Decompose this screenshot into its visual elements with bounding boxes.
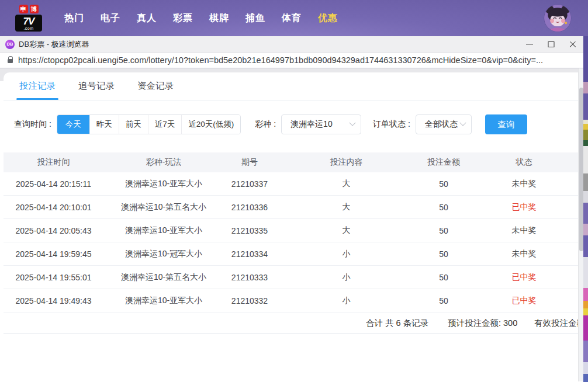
bet-records-table: 投注时间 彩种-玩法 期号 投注内容 投注金额 状态 2025-04-14 20… xyxy=(4,152,578,334)
time-option-last-20-days[interactable]: 近20天(低频) xyxy=(181,115,240,134)
cell-bet-content: 大 xyxy=(275,202,417,213)
record-tabs: 投注记录 追号记录 资金记录 xyxy=(4,72,578,100)
cell-game-play: 澳洲幸运10-第五名大小 xyxy=(103,202,224,213)
url-bar[interactable]: https://ctopcp02pcali.uengi5e.com/lotter… xyxy=(0,53,583,68)
nav-item-lottery[interactable]: 彩票 xyxy=(173,12,193,25)
table-row: 2025-04-14 19:55:01 澳洲幸运10-第五名大小 2121033… xyxy=(4,266,578,289)
logo-box: 7V .com xyxy=(15,15,42,32)
table-row: 2025-04-14 20:15:11 澳洲幸运10-亚军大小 21210337… xyxy=(4,172,578,196)
nav-item-live[interactable]: 真人 xyxy=(137,12,157,25)
table-row: 2025-04-14 19:59:45 澳洲幸运10-冠军大小 21210334… xyxy=(4,242,578,266)
order-status-select[interactable]: 全部状态 xyxy=(416,114,472,134)
vertical-scrollbar[interactable] xyxy=(578,68,583,381)
maximize-icon[interactable] xyxy=(540,36,562,52)
nav-item-slots[interactable]: 电子 xyxy=(101,12,120,25)
window-controls xyxy=(518,36,583,52)
tab-bet-records[interactable]: 投注记录 xyxy=(18,72,57,100)
cell-status: 未中奖 xyxy=(470,179,578,189)
time-filter-group: 今天 昨天 前天 近7天 近20天(低频) xyxy=(57,114,241,134)
summary-valid-amount: 有效投注金额 xyxy=(534,312,578,334)
cell-bet-amount: 50 xyxy=(417,249,470,259)
order-status-filter-label: 订单状态 : xyxy=(373,119,410,130)
nav-item-sports[interactable]: 体育 xyxy=(282,12,302,25)
cell-bet-content: 小 xyxy=(275,249,417,259)
column-status: 状态 xyxy=(470,157,578,168)
cell-issue: 21210332 xyxy=(224,296,275,305)
cell-bet-amount: 50 xyxy=(417,273,470,282)
cell-bet-time: 2025-04-14 20:10:01 xyxy=(4,203,103,212)
time-option-last-7-days[interactable]: 近7天 xyxy=(148,115,182,134)
cell-bet-time: 2025-04-14 20:15:11 xyxy=(4,179,103,189)
column-issue: 期号 xyxy=(224,157,275,168)
logo-badges: 申 博 xyxy=(19,5,39,13)
cell-issue: 21210334 xyxy=(224,249,275,259)
table-row: 2025-04-14 20:05:43 澳洲幸运10-亚军大小 21210335… xyxy=(4,219,578,242)
nav-item-promos[interactable]: 优惠 xyxy=(318,12,338,25)
cell-status: 已中奖 xyxy=(470,272,578,283)
cell-game-play: 澳洲幸运10-第五名大小 xyxy=(103,272,224,283)
cell-issue: 21210335 xyxy=(224,226,275,235)
cell-status: 未中奖 xyxy=(470,249,578,259)
lottery-select[interactable]: 澳洲幸运10 xyxy=(281,114,361,134)
column-game-play: 彩种-玩法 xyxy=(103,157,224,168)
search-button[interactable]: 查询 xyxy=(485,114,527,134)
window-title: DB彩票 - 极速浏览器 xyxy=(19,39,89,50)
cell-issue: 21210337 xyxy=(224,179,275,189)
logo-suffix-text: .com xyxy=(23,26,33,30)
order-status-select-value: 全部状态 xyxy=(425,119,458,130)
cell-bet-content: 小 xyxy=(275,272,417,283)
chevron-down-icon xyxy=(349,120,355,126)
logo-main-text: 7V xyxy=(23,16,34,26)
logo-badge-right: 博 xyxy=(30,5,39,13)
table-row: 2025-04-14 19:49:43 澳洲幸运10-亚军大小 21210332… xyxy=(4,289,578,312)
cell-bet-time: 2025-04-14 19:55:01 xyxy=(4,273,103,282)
chevron-down-icon xyxy=(459,120,466,126)
time-filter-label: 查询时间 : xyxy=(14,119,51,130)
column-bet-content: 投注内容 xyxy=(275,157,417,168)
nav-item-hot[interactable]: 热门 xyxy=(64,12,84,25)
cell-bet-content: 大 xyxy=(275,225,417,236)
records-panel: 投注记录 追号记录 资金记录 查询时间 : 今天 昨天 前天 近7天 近20天(… xyxy=(4,72,578,381)
lottery-filter-label: 彩种 : xyxy=(255,119,276,130)
avatar-image xyxy=(544,4,572,32)
cell-bet-amount: 50 xyxy=(417,296,470,305)
filter-bar: 查询时间 : 今天 昨天 前天 近7天 近20天(低频) 彩种 : 澳洲幸运10… xyxy=(4,114,578,135)
cell-bet-amount: 50 xyxy=(417,203,470,212)
lottery-select-value: 澳洲幸运10 xyxy=(290,119,333,130)
cell-bet-time: 2025-04-14 19:59:45 xyxy=(4,249,103,259)
site-header: 申 博 7V .com 热门 电子 真人 彩票 棋牌 捕鱼 体育 优惠 xyxy=(0,0,588,36)
logo-badge-left: 申 xyxy=(19,5,28,13)
user-avatar[interactable] xyxy=(544,4,572,32)
url-text: https://ctopcp02pcali.uengi5e.com/lotter… xyxy=(18,55,543,65)
minimize-icon[interactable] xyxy=(518,36,540,52)
page-content: 投注记录 追号记录 资金记录 查询时间 : 今天 昨天 前天 近7天 近20天(… xyxy=(0,68,583,381)
time-option-today[interactable]: 今天 xyxy=(57,114,89,134)
time-option-day-before[interactable]: 前天 xyxy=(119,115,148,134)
summary-expected-amount: 预计投注金额: 300 xyxy=(448,312,517,334)
close-icon[interactable] xyxy=(562,36,583,52)
site-logo[interactable]: 申 博 7V .com xyxy=(15,5,42,32)
nav-item-fishing[interactable]: 捕鱼 xyxy=(245,12,265,25)
summary-total-records: 合计 共 6 条记录 xyxy=(366,312,428,334)
cell-status: 未中奖 xyxy=(470,225,578,236)
table-summary: 合计 共 6 条记录 预计投注金额: 300 有效投注金额 xyxy=(4,312,578,334)
browser-title-bar: DB DB彩票 - 极速浏览器 xyxy=(0,36,583,53)
column-bet-amount: 投注金额 xyxy=(417,157,470,168)
cell-issue: 21210336 xyxy=(224,203,275,212)
cell-bet-time: 2025-04-14 19:49:43 xyxy=(4,296,103,305)
table-header: 投注时间 彩种-玩法 期号 投注内容 投注金额 状态 xyxy=(4,152,578,172)
nav-item-cards[interactable]: 棋牌 xyxy=(209,12,229,25)
scrollbar-thumb[interactable] xyxy=(579,88,583,251)
cell-status: 已中奖 xyxy=(470,296,578,306)
time-option-yesterday[interactable]: 昨天 xyxy=(89,115,119,134)
tab-chase-records[interactable]: 追号记录 xyxy=(77,72,116,100)
tab-fund-records[interactable]: 资金记录 xyxy=(136,72,175,100)
site-nav-menu: 热门 电子 真人 彩票 棋牌 捕鱼 体育 优惠 xyxy=(64,12,338,25)
content-top-background xyxy=(0,68,578,72)
cell-game-play: 澳洲幸运10-亚军大小 xyxy=(103,296,224,306)
cell-bet-content: 小 xyxy=(275,296,417,306)
browser-window: DB DB彩票 - 极速浏览器 https://ctopcp02pcali.ue… xyxy=(0,36,583,382)
lock-icon xyxy=(8,59,13,63)
cell-bet-content: 大 xyxy=(275,179,417,189)
cell-game-play: 澳洲幸运10-亚军大小 xyxy=(103,179,224,189)
